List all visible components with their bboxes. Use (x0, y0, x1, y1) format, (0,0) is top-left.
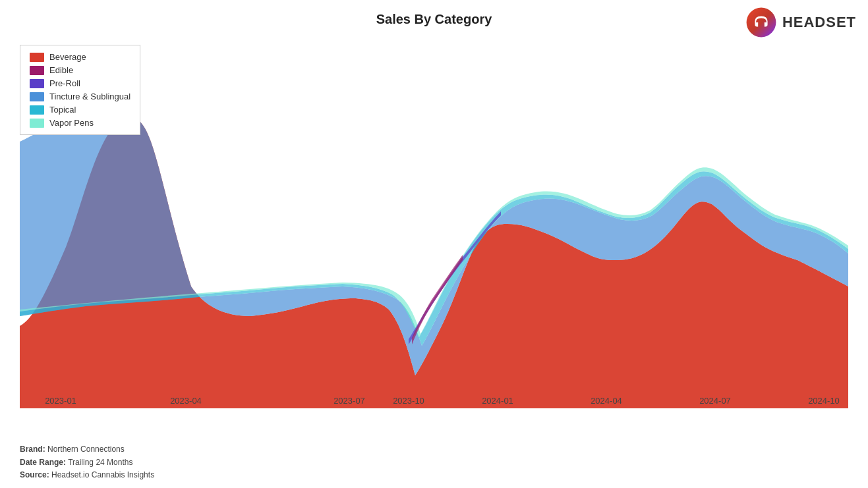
legend-label-preroll: Pre-Roll (49, 78, 80, 88)
source-value: Headset.io Cannabis Insights (51, 470, 154, 479)
footer-daterange: Date Range: Trailing 24 Months (20, 456, 154, 469)
x-label-5: 2024-04 (591, 396, 622, 406)
brand-label: Brand: (20, 445, 45, 454)
footer-source: Source: Headset.io Cannabis Insights (20, 469, 154, 481)
headset-logo: HEADSET (745, 7, 856, 38)
legend-item-edible: Edible (30, 65, 130, 75)
chart-svg: 2023-01 2023-04 2023-07 2023-10 2024-01 … (20, 43, 848, 408)
legend-item-tincture: Tincture & Sublingual (30, 92, 130, 101)
date-label: Date Range: (20, 458, 66, 467)
legend-color-edible (30, 66, 44, 75)
legend-label-vaporpens: Vapor Pens (49, 118, 94, 128)
legend-color-topical (30, 105, 44, 115)
legend-color-preroll (30, 79, 44, 88)
legend-color-vaporpens (30, 119, 44, 128)
x-label-0: 2023-01 (45, 396, 76, 406)
legend-item-topical: Topical (30, 105, 130, 115)
legend-item-beverage: Beverage (30, 52, 130, 62)
x-label-2: 2023-07 (333, 396, 365, 406)
legend-label-tincture: Tincture & Sublingual (49, 92, 130, 101)
date-value: Trailing 24 Months (68, 458, 132, 467)
x-label-7: 2024-10 (808, 396, 840, 406)
headset-logo-text: HEADSET (782, 14, 856, 31)
x-label-6: 2024-07 (699, 396, 731, 406)
x-label-4: 2024-01 (482, 396, 513, 406)
legend-label-edible: Edible (49, 65, 73, 75)
brand-value: Northern Connections (47, 445, 125, 454)
legend-item-preroll: Pre-Roll (30, 78, 130, 88)
source-label: Source: (20, 470, 49, 479)
chart-legend: Beverage Edible Pre-Roll Tincture & Subl… (20, 45, 140, 135)
x-label-3: 2023-10 (393, 396, 424, 406)
legend-item-vaporpens: Vapor Pens (30, 118, 130, 128)
footer-brand: Brand: Northern Connections (20, 443, 154, 456)
legend-label-beverage: Beverage (49, 52, 86, 62)
headset-logo-icon (745, 7, 777, 38)
legend-color-beverage (30, 53, 44, 62)
chart-title: Sales By Category (0, 0, 868, 34)
chart-footer: Brand: Northern Connections Date Range: … (20, 443, 154, 481)
svg-point-0 (746, 8, 776, 38)
x-label-1: 2023-04 (170, 396, 202, 406)
legend-label-topical: Topical (49, 105, 76, 115)
legend-color-tincture (30, 92, 44, 101)
chart-container: HEADSET Sales By Category Beverage Edibl… (0, 0, 868, 488)
